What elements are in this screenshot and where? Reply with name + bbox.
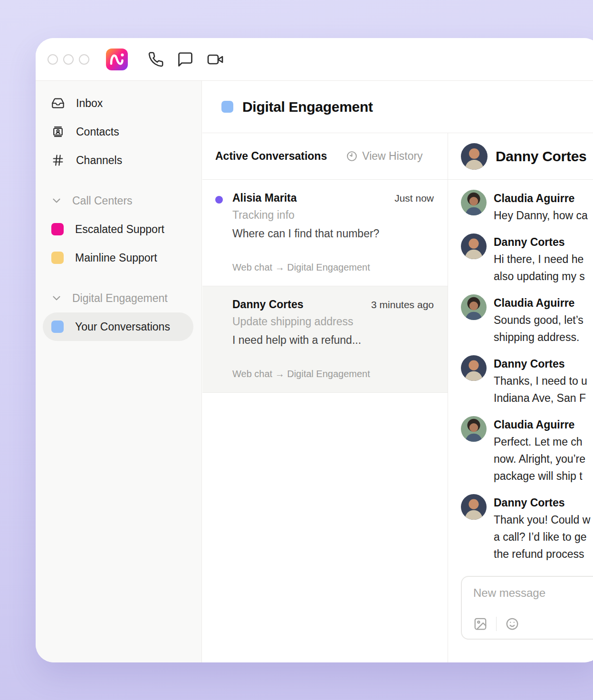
message-line: Hi there, I need he [494,251,585,268]
video-icon[interactable] [207,51,224,68]
chat-header: Danny Cortes [448,133,593,180]
message-line: Hey Danny, how ca [494,207,588,224]
conversation-item[interactable]: Alisia Marita Just now Tracking info Whe… [202,180,448,286]
conversation-time: Just now [394,193,434,204]
contact-card-icon [51,125,65,138]
chevron-down-icon [50,194,63,207]
sidebar-item-inbox[interactable]: Inbox [36,89,201,117]
unread-dot [215,196,223,204]
conversation-preview: I need help with a refund... [232,334,434,347]
your-conversations-swatch [51,321,64,333]
message-list: Claudia Aguirre Hey Danny, how ca [448,180,593,563]
message-line: also updating my s [494,268,585,285]
chat-message: Claudia Aguirre Hey Danny, how ca [461,190,593,224]
message-line: now. Alright, you’re [494,450,585,467]
chat-message: Claudia Aguirre Sounds good, let’s shipp… [461,294,593,346]
avatar [461,143,488,170]
chat-title: Danny Cortes [496,148,586,165]
chat-panel: Danny Cortes Claud [448,133,593,662]
main-area: Digital Engagement Active Conversations … [202,81,593,662]
hash-icon [51,154,65,167]
sidebar-item-contacts[interactable]: Contacts [36,117,201,146]
conversation-preview: Where can I find that number? [232,227,434,240]
titlebar [36,38,593,81]
message-author: Danny Cortes [494,355,587,372]
conversation-subject: Update shipping address [232,315,434,328]
message-line: the refund process [494,545,590,563]
avatar [461,494,487,520]
sidebar-group-label: Call Centers [72,194,133,207]
page-header: Digital Engagement [202,81,593,133]
message-author: Claudia Aguirre [494,416,585,433]
message-author: Claudia Aguirre [494,294,583,311]
page-title: Digital Engagement [242,99,373,115]
digital-engagement-swatch [221,101,233,113]
conversation-list-header: Active Conversations View History [202,133,448,180]
message-line: Indiana Ave, San F [494,389,587,407]
window-control[interactable] [79,54,89,65]
message-line: Thank you! Could w [494,511,590,528]
app-logo-icon [106,49,128,70]
message-author: Danny Cortes [494,233,585,251]
chevron-down-icon [50,292,63,304]
sidebar-item-label: Your Conversations [75,321,170,333]
chat-message: Danny Cortes Hi there, I need he also up… [461,233,593,285]
conversation-subject: Tracking info [232,209,434,222]
conversation-list: Active Conversations View History Alisia… [202,133,448,662]
sidebar-item-channels[interactable]: Channels [36,146,201,175]
message-line: package will ship t [494,467,585,485]
sidebar-group-call-centers[interactable]: Call Centers [36,186,201,215]
sidebar-item-label: Contacts [76,126,119,138]
sidebar-item-label: Channels [76,154,122,167]
message-author: Claudia Aguirre [494,190,588,207]
sidebar-item-label: Mainline Support [75,252,157,264]
mainline-support-swatch [51,252,64,264]
conversation-name: Danny Cortes [232,298,371,311]
conversation-route: Web chat → Digital Engagement [232,262,434,273]
message-line: a call? I’d like to ge [494,528,590,545]
chat-icon[interactable] [177,51,194,68]
sidebar-item-escalated-support[interactable]: Escalated Support [36,215,201,243]
message-line: Sounds good, let’s [494,311,583,329]
sidebar-item-mainline-support[interactable]: Mainline Support [36,243,201,272]
avatar [461,416,487,442]
conversation-time: 3 minutes ago [371,299,434,311]
avatar [461,294,487,320]
new-message-input[interactable]: New message [473,586,593,600]
sidebar-item-your-conversations[interactable]: Your Conversations [43,312,193,341]
chat-message: Danny Cortes Thanks, I need to u Indiana… [461,355,593,407]
avatar [461,355,487,381]
view-history-button[interactable]: View History [362,150,422,163]
conversation-item[interactable]: Danny Cortes 3 minutes ago Update shippi… [202,286,448,393]
sidebar-group-digital-engagement[interactable]: Digital Engagement [36,284,201,312]
message-line: shipping address. [494,329,583,346]
avatar [461,190,487,215]
phone-icon[interactable] [148,51,164,68]
inbox-icon [51,97,65,110]
sidebar: Inbox Contacts Channels [36,81,202,662]
attach-image-button[interactable] [473,617,488,631]
app-window: Inbox Contacts Channels [36,38,593,662]
message-line: Thanks, I need to u [494,372,587,389]
sidebar-item-label: Escalated Support [75,223,164,236]
window-control[interactable] [63,54,74,65]
clock-icon [346,150,358,162]
sidebar-item-label: Inbox [76,97,103,110]
chat-message: Claudia Aguirre Perfect. Let me ch now. … [461,416,593,485]
sidebar-group-label: Digital Engagement [72,292,168,305]
message-author: Danny Cortes [494,494,590,511]
divider [496,617,497,631]
escalated-support-swatch [51,223,64,235]
message-line: Perfect. Let me ch [494,433,585,450]
avatar [461,233,487,259]
chat-message: Danny Cortes Thank you! Could w a call? … [461,494,593,563]
conversation-name: Alisia Marita [232,192,394,204]
window-control[interactable] [48,54,58,65]
message-composer[interactable]: New message [461,576,593,640]
conversation-route: Web chat → Digital Engagement [232,369,434,379]
conversation-list-title: Active Conversations [215,150,327,163]
emoji-button[interactable] [505,617,519,631]
